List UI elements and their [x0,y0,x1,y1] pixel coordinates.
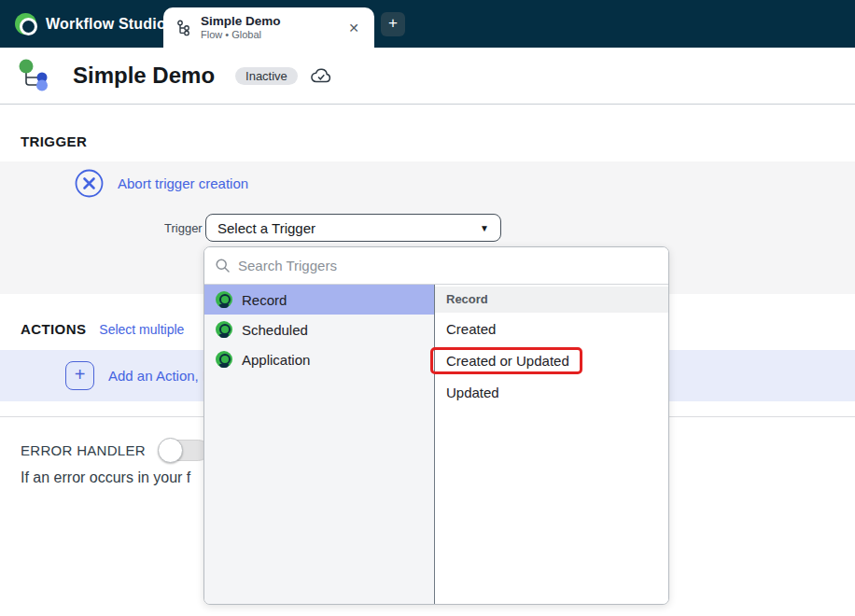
select-multiple-link[interactable]: Select multiple [99,322,184,337]
top-bar: Workflow Studio Simple Demo Flow • Globa… [0,0,855,48]
abort-trigger-creation[interactable]: Abort trigger creation [75,169,248,198]
page-title: Simple Demo [73,63,215,89]
error-handler-description: If an error occurs in your f [21,469,190,486]
app-name: Workflow Studio [46,16,166,33]
panel-body: Record Scheduled Application Record Crea… [204,285,668,604]
application-trigger-icon [216,351,232,368]
trigger-field-label: Trigger [164,221,203,235]
status-badge: Inactive [235,67,298,85]
servicenow-logo-icon [15,13,36,35]
search-triggers-input[interactable] [238,258,657,273]
option-item-created[interactable]: Created [435,315,668,344]
flow-diagram-icon [15,56,54,95]
actions-heading-row: ACTIONS Select multiple [21,321,184,337]
plus-icon[interactable]: + [65,361,94,390]
trigger-select-value: Select a Trigger [217,220,480,236]
trigger-category-list: Record Scheduled Application [204,285,435,604]
category-item-scheduled[interactable]: Scheduled [204,315,434,344]
trigger-option-list: Record Created Created or Updated Update… [435,285,668,604]
error-handler-heading: ERROR HANDLER [21,442,146,458]
error-handler-toggle[interactable] [159,440,209,461]
category-label: Scheduled [242,322,308,338]
abort-trigger-label[interactable]: Abort trigger creation [118,175,248,191]
tab-simple-demo[interactable]: Simple Demo Flow • Global ✕ [163,7,374,48]
option-label: Created or Updated [446,353,569,369]
trigger-select[interactable]: Select a Trigger ▼ [205,214,501,242]
category-item-record[interactable]: Record [204,285,434,315]
actions-section-heading: ACTIONS [21,321,86,337]
tab-text: Simple Demo Flow • Global [201,14,344,41]
search-row [204,247,668,285]
record-trigger-icon [216,291,232,308]
cloud-done-icon[interactable] [311,68,331,84]
tab-title: Simple Demo [201,14,344,29]
option-item-created-or-updated[interactable]: Created or Updated [435,346,668,376]
option-item-updated[interactable]: Updated [435,378,668,408]
category-label: Application [242,352,310,368]
close-icon[interactable]: ✕ [344,19,363,37]
error-handler-row: ERROR HANDLER [21,440,209,461]
page-header: Simple Demo Inactive [0,48,855,105]
scheduled-trigger-icon [216,321,232,338]
category-label: Record [242,292,287,308]
abort-circle-x-icon[interactable] [75,169,104,198]
flow-icon [176,20,191,36]
search-icon [216,259,230,273]
new-tab-button[interactable]: + [381,12,405,36]
add-action-label[interactable]: Add an Action, F [108,368,211,384]
toggle-knob[interactable] [158,438,183,463]
trigger-dropdown-panel: Record Scheduled Application Record Crea… [203,246,669,605]
option-group-header: Record [435,287,668,313]
app-brand: Workflow Studio [15,0,166,48]
category-item-application[interactable]: Application [204,344,434,374]
trigger-section-heading: TRIGGER [21,133,87,149]
chevron-down-icon: ▼ [480,223,489,233]
add-action-row[interactable]: + Add an Action, F [65,361,211,390]
tab-subtitle: Flow • Global [201,29,344,41]
